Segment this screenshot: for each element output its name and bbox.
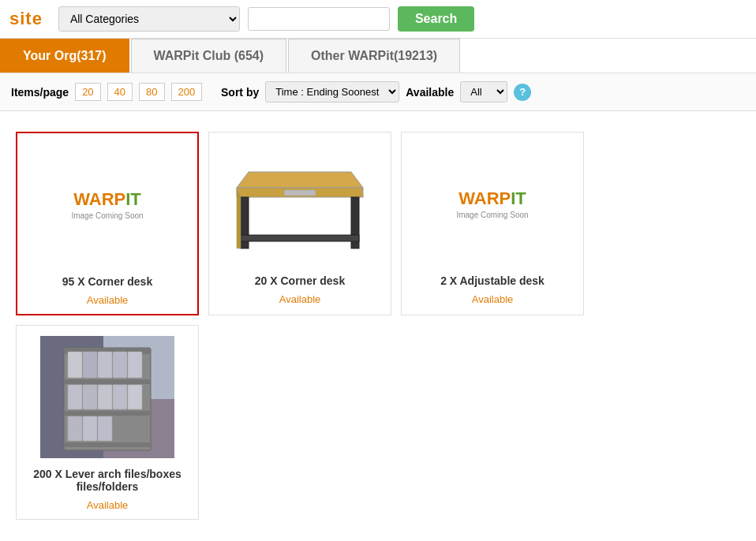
product-title-1: 95 X Corner desk [25, 275, 189, 288]
product-card-1[interactable]: WARPIT Image Coming Soon 95 X Corner des… [16, 132, 199, 315]
svg-rect-24 [113, 385, 127, 409]
product-status-2: Available [217, 293, 383, 305]
available-label: Available [406, 86, 454, 99]
svg-rect-28 [98, 416, 112, 441]
svg-marker-0 [237, 172, 363, 188]
page-size-80[interactable]: 80 [139, 83, 164, 101]
help-icon[interactable]: ? [514, 84, 531, 101]
svg-rect-25 [128, 385, 142, 409]
tab-warpit-club[interactable]: WARPit Club (654) [131, 39, 287, 73]
product-status-3: Available [410, 293, 575, 305]
svg-rect-17 [83, 352, 97, 378]
product-grid: WARPIT Image Coming Soon 95 X Corner des… [0, 111, 756, 540]
svg-rect-18 [98, 352, 112, 378]
product-status-1: Available [25, 294, 189, 306]
search-input[interactable] [248, 7, 390, 31]
product-image-2 [217, 140, 383, 267]
svg-marker-6 [237, 188, 241, 248]
svg-rect-20 [128, 352, 142, 378]
search-button[interactable]: Search [398, 6, 474, 32]
svg-rect-5 [284, 190, 316, 196]
category-select[interactable]: All Categories Furniture Electronics Off… [58, 6, 240, 32]
product-title-4: 200 X Lever arch files/boxes files/folde… [24, 468, 190, 493]
tabs: Your Org(317) WARPit Club (654) Other WA… [0, 39, 756, 73]
sort-select[interactable]: Time : Ending Soonest Price: Low to High… [265, 81, 399, 103]
svg-rect-22 [83, 385, 97, 409]
product-card-4[interactable]: 200 X Lever arch files/boxes files/folde… [16, 325, 199, 520]
page-size-20[interactable]: 20 [75, 83, 100, 101]
tab-other-warpit[interactable]: Other WARPit(19213) [288, 39, 460, 73]
svg-rect-23 [98, 385, 112, 409]
items-per-page-label: Items/page [11, 86, 69, 99]
svg-rect-4 [241, 235, 359, 241]
product-image-4 [24, 334, 190, 460]
header: site All Categories Furniture Electronic… [0, 0, 756, 39]
product-card-2[interactable]: 20 X Corner desk Available [208, 132, 391, 315]
svg-rect-27 [83, 416, 97, 441]
product-status-4: Available [24, 499, 190, 511]
svg-rect-15 [64, 442, 151, 447]
svg-rect-26 [68, 416, 82, 441]
product-image-3: WARPIT Image Coming Soon [410, 140, 575, 267]
controls-bar: Items/page 20 40 80 200 Sort by Time : E… [0, 73, 756, 111]
available-select[interactable]: All Yes No [460, 81, 507, 103]
product-title-2: 20 X Corner desk [217, 274, 383, 287]
svg-rect-13 [64, 379, 151, 384]
svg-rect-16 [68, 352, 82, 378]
svg-rect-14 [64, 411, 151, 416]
tab-your-org[interactable]: Your Org(317) [0, 39, 129, 73]
svg-rect-21 [68, 385, 82, 409]
product-card-3[interactable]: WARPIT Image Coming Soon 2 X Adjustable … [401, 132, 584, 315]
product-title-3: 2 X Adjustable desk [410, 274, 575, 287]
svg-rect-19 [113, 352, 127, 378]
page-size-40[interactable]: 40 [107, 83, 133, 101]
site-logo: site [9, 9, 43, 29]
page-size-200[interactable]: 200 [171, 83, 203, 101]
product-image-1: WARPIT Image Coming Soon [25, 141, 189, 267]
sort-by-label: Sort by [221, 86, 259, 99]
